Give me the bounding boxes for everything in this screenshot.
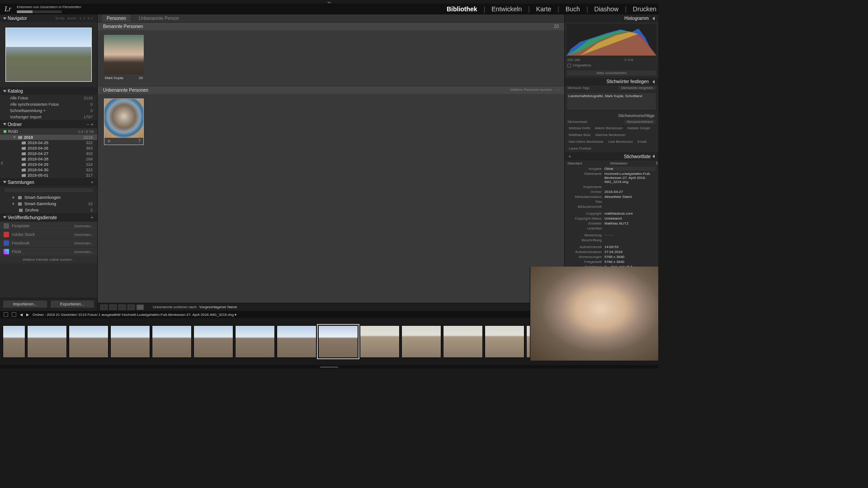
view-people-icon[interactable]: [137, 305, 144, 310]
metadata-preset[interactable]: Standard: [567, 161, 582, 165]
publish-item[interactable]: FestplatteEinrichten...: [0, 221, 97, 230]
meta-field[interactable]: Copyrightmatthiasbutz.com: [565, 211, 658, 216]
unnamed-face-card[interactable]: ✕ ?: [104, 99, 144, 145]
filmstrip-thumb[interactable]: [110, 325, 150, 358]
filmstrip-thumb[interactable]: [69, 325, 108, 358]
person-card[interactable]: Mark Kupla20: [104, 35, 144, 81]
nav-back-icon[interactable]: ◀: [20, 313, 23, 317]
folder-item[interactable]: 2018-04-25322: [0, 140, 97, 145]
keywording-header[interactable]: Stichwörter festlegen: [565, 78, 658, 85]
folder-item[interactable]: 2018-05-01317: [0, 173, 97, 178]
meta-field[interactable]: Aufnahmezeit14:00:53: [565, 244, 658, 249]
publish-item[interactable]: FlickrEinrichten...: [0, 247, 97, 256]
top-grip[interactable]: [327, 2, 331, 4]
bottom-grip[interactable]: [320, 366, 338, 368]
view-compare-icon[interactable]: [118, 305, 126, 310]
view-loupe-icon[interactable]: [109, 305, 117, 310]
module-library[interactable]: Bibliothek: [447, 5, 477, 13]
find-services-link[interactable]: Weitere Dienste online suchen...: [0, 256, 97, 263]
unnamed-people-header[interactable]: Unbenannte PersonenWeitere Personen such…: [98, 86, 564, 94]
person-thumb: [104, 35, 144, 75]
meta-field[interactable]: Beschriftung: [565, 238, 658, 243]
filmstrip-thumb[interactable]: [152, 325, 192, 358]
keyword-chips: Melissa Kiefe Aileen Benkesser Natalie G…: [565, 124, 658, 152]
filmstrip-thumb[interactable]: [27, 325, 67, 358]
filmstrip-thumb[interactable]: [235, 325, 275, 358]
tab-people[interactable]: Personen: [102, 14, 131, 22]
name-face-field[interactable]: ?: [138, 139, 141, 144]
folder-year[interactable]: 20182119: [0, 135, 97, 140]
task-progress: [17, 10, 62, 13]
second-window-icon[interactable]: [4, 312, 8, 317]
keyword-list-header[interactable]: +Stichwortliste: [565, 152, 658, 160]
meta-field[interactable]: Ordner2018-04-27: [565, 189, 658, 194]
sort-value[interactable]: Vorgeschlagener Name: [199, 305, 237, 309]
webcam-overlay: [530, 267, 658, 361]
meta-field[interactable]: VorgabeOhne: [565, 166, 658, 171]
meta-field[interactable]: Kopiename: [565, 184, 658, 189]
filmstrip-thumb[interactable]: [277, 325, 316, 358]
meta-field[interactable]: Bildunterschrift: [565, 204, 658, 209]
publish-header[interactable]: Veröffentlichungsdienste+: [0, 213, 97, 221]
catalog-item[interactable]: Alle synchronisierten Fotos0: [0, 101, 97, 108]
filmstrip-thumb[interactable]: [443, 325, 483, 358]
view-grid-icon[interactable]: [100, 305, 108, 310]
breadcrumb-path[interactable]: Ordner : 2018 21 Gesichter/ 2119 Fotos/ …: [33, 313, 236, 317]
keyword-tags-mode[interactable]: Stichwörter eingeben: [618, 86, 656, 90]
keywords-input[interactable]: Landschaftsfotografie, Mark Kupla, Schot…: [566, 92, 656, 110]
nav-fwd-icon[interactable]: ▶: [26, 313, 29, 317]
named-people-header[interactable]: Benannte Personen20: [98, 23, 564, 30]
publish-item[interactable]: Adobe StockEinrichten...: [0, 230, 97, 239]
keyword-set-select[interactable]: Benutzerdefiniert: [624, 120, 656, 124]
filmstrip-thumb[interactable]: [193, 325, 233, 358]
import-button[interactable]: Importieren...: [3, 300, 47, 308]
publish-item[interactable]: FacebookEinrichten...: [0, 239, 97, 247]
navigator-preview[interactable]: [5, 28, 92, 82]
tab-unnamed-person[interactable]: Unbenannte Person: [134, 14, 184, 22]
folder-item[interactable]: 2018-04-26363: [0, 145, 97, 151]
folders-header[interactable]: Ordner− +: [0, 120, 97, 128]
filmstrip-thumb[interactable]: [485, 325, 524, 358]
filmstrip-thumb[interactable]: [360, 325, 400, 358]
filmstrip-thumb[interactable]: [3, 325, 25, 358]
meta-field[interactable]: ErstellerMatthias BUTZ: [565, 221, 658, 226]
catalog-item[interactable]: Alle Fotos2119: [0, 95, 97, 101]
folder-item[interactable]: 2018-04-27402: [0, 151, 97, 156]
original-checkbox[interactable]: [567, 64, 571, 67]
collection-item[interactable]: Smart-Sammlung22: [0, 201, 97, 207]
module-develop[interactable]: Entwickeln: [491, 5, 522, 13]
collections-header[interactable]: Sammlungen+: [0, 178, 97, 186]
collapse-left-icon[interactable]: [0, 16, 3, 310]
meta-field[interactable]: Titel: [565, 199, 658, 204]
export-button[interactable]: Exportieren...: [50, 300, 95, 308]
folder-item[interactable]: 2018-04-30322: [0, 167, 97, 173]
folder-item[interactable]: 2018-04-29224: [0, 162, 97, 167]
collection-item[interactable]: Drohne2: [0, 207, 97, 213]
reject-face-button[interactable]: ✕: [107, 139, 111, 144]
module-print[interactable]: Drucken: [633, 5, 656, 13]
navigator-header[interactable]: Navigator Einp. Ausf. 1:1 3:1: [0, 14, 97, 22]
module-map[interactable]: Karte: [536, 5, 551, 13]
catalog-item[interactable]: Vorheriger Import1797: [0, 114, 97, 120]
meta-field[interactable]: Bewertung· · · · ·: [565, 233, 658, 238]
catalog-header[interactable]: Katalog: [0, 87, 97, 95]
meta-field[interactable]: Untertitel: [565, 226, 658, 231]
view-survey-icon[interactable]: [127, 305, 135, 310]
folder-item[interactable]: 2018-04-28169: [0, 156, 97, 162]
catalog-item[interactable]: Schnellsammlung +0: [0, 108, 97, 114]
meta-field[interactable]: Aufnahmedatum27.04.2018: [565, 249, 658, 254]
module-slideshow[interactable]: Diashow: [594, 5, 619, 13]
meta-field[interactable]: Copyright-StatusUnbekannt: [565, 216, 658, 221]
keyword-suggestions-header[interactable]: Stichwortvorschläge: [565, 112, 658, 119]
collapse-right-icon[interactable]: [656, 16, 658, 310]
filmstrip-thumb[interactable]: [401, 325, 441, 358]
reset-all-button[interactable]: Alles zurücksetzen: [566, 70, 657, 76]
collection-item[interactable]: Smart-Sammlungen: [0, 194, 97, 201]
drive-row[interactable]: RAID2,4 / 8 TB: [0, 128, 97, 135]
collections-search[interactable]: [4, 188, 94, 193]
filmstrip-thumb-selected[interactable]: [318, 325, 358, 358]
histogram-header[interactable]: Histogramm: [565, 14, 658, 22]
histogram-chart[interactable]: [566, 24, 656, 56]
grid-icon[interactable]: [12, 312, 16, 317]
module-book[interactable]: Buch: [566, 5, 580, 13]
